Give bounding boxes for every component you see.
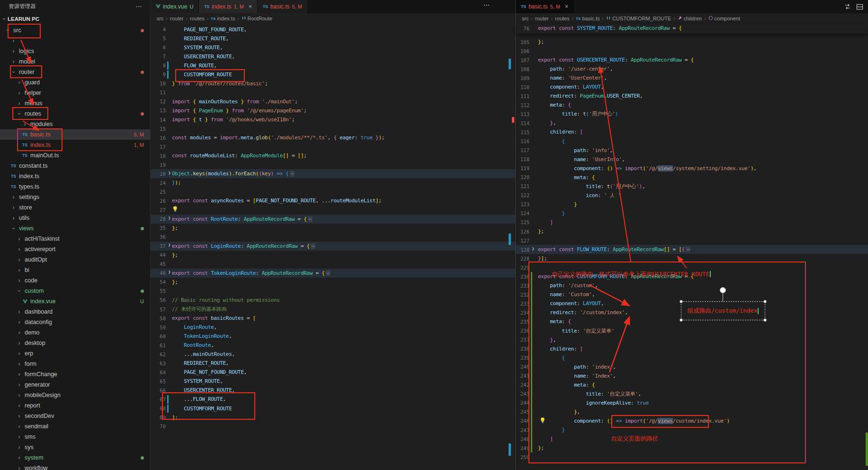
code-line-55[interactable]: 55	[151, 287, 515, 296]
code-line-109[interactable]: 109 name: 'UserCenter',	[516, 73, 868, 82]
sidebar-item-constant.ts[interactable]: TSconstant.ts	[0, 161, 150, 171]
sidebar-item-utils[interactable]: ›utils	[0, 213, 150, 223]
sidebar-item-settings[interactable]: ›settings	[0, 192, 150, 202]
breadcrumb-item-index.ts[interactable]: TSindex.ts	[211, 16, 235, 21]
code-line-20[interactable]: 20❯Object.keys(modules).forEach((key) =>…	[151, 169, 515, 178]
code-line-45[interactable]: 45	[151, 260, 515, 269]
sidebar-item-store[interactable]: ›store	[0, 202, 150, 213]
code-line-118[interactable]: 118 name: 'UserInfo',	[516, 155, 868, 164]
code-line-106[interactable]: 106	[516, 46, 868, 55]
sidebar-item-erp[interactable]: ›erp	[0, 348, 150, 359]
code-line-228[interactable]: 228}];	[516, 254, 868, 263]
code-line-15[interactable]: 15	[151, 124, 515, 133]
breadcrumb-item-src[interactable]: src	[522, 16, 529, 21]
lightbulb-icon[interactable]: 💡	[172, 206, 178, 212]
code-line-66[interactable]: 66 USERCENTER_ROUTE,	[151, 386, 515, 395]
tab-index.vue[interactable]: index.vueU	[151, 0, 199, 13]
code-line-67[interactable]: 67 ...FLOW_ROUTE,	[151, 395, 515, 404]
code-line-26[interactable]: 26export const asyncRoutes = [PAGE_NOT_F…	[151, 196, 515, 205]
code-line-54[interactable]: 54};	[151, 278, 515, 287]
sidebar-item-dataconfig[interactable]: ›dataconfig	[0, 317, 150, 327]
sidebar-item-index.ts[interactable]: TSindex.ts	[0, 171, 150, 181]
code-line-4[interactable]: 4 PAGE_NOT_FOUND_ROUTE,	[151, 25, 515, 34]
workspace-root[interactable]: › LEARUN PC	[0, 12, 150, 25]
code-line-126[interactable]: 126};	[516, 227, 868, 236]
code-line-249[interactable]: 249};	[516, 443, 868, 452]
code-editor-basic-ts[interactable]: 105};106107export const USERCENTER_ROUTE…	[516, 34, 868, 470]
close-icon[interactable]: ×	[249, 3, 252, 10]
code-line-238[interactable]: 238 children: [	[516, 344, 868, 353]
sidebar-item-src[interactable]: ›src	[0, 25, 150, 36]
code-line-231[interactable]: 231 path: '/custom',	[516, 281, 868, 290]
code-line-245[interactable]: 245 },	[516, 407, 868, 416]
breadcrumb-item-router[interactable]: router	[170, 16, 184, 21]
sidebar-item-sys[interactable]: ›sys	[0, 442, 150, 452]
code-line-11[interactable]: 11	[151, 88, 515, 97]
code-line-17[interactable]: 17	[151, 142, 515, 151]
code-line-8[interactable]: 8 FLOW_ROUTE,	[151, 61, 515, 70]
code-line-6[interactable]: 6 SYSTEM_ROUTE,	[151, 43, 515, 52]
code-line-111[interactable]: 111 redirect: PageEnum.USER_CENTER,	[516, 91, 868, 100]
code-line-240[interactable]: 240 path: 'index',	[516, 362, 868, 371]
sidebar-item-index.vue[interactable]: index.vueU	[0, 296, 150, 307]
code-line-16[interactable]: 16const modules = import.meta.glob('./mo…	[151, 133, 515, 142]
sidebar-item-code[interactable]: ›code	[0, 275, 150, 286]
code-line-56[interactable]: 56// Basic routing without permissions	[151, 296, 515, 305]
sidebar-item-bi[interactable]: ›bi	[0, 265, 150, 275]
code-line-124[interactable]: 124 }	[516, 209, 868, 218]
sidebar-item-sendmail[interactable]: ›sendmail	[0, 421, 150, 432]
sidebar-item-desktop[interactable]: ›desktop	[0, 338, 150, 348]
code-editor-index-ts[interactable]: 3import {4 PAGE_NOT_FOUND_ROUTE,5 REDIRE…	[151, 24, 515, 470]
sidebar-item-mainOut.ts[interactable]: TSmainOut.ts	[0, 150, 150, 161]
breadcrumb-item-component[interactable]: component	[708, 16, 740, 21]
code-line-27[interactable]: 27💡	[151, 205, 515, 214]
sidebar-item-guard[interactable]: ›guard	[0, 77, 150, 88]
code-line-246[interactable]: 246 component: () => import('/@/views/cu…	[516, 416, 868, 425]
code-line-61[interactable]: 61 RootRoute,	[151, 341, 515, 350]
sidebar-item-modules[interactable]: ›modules	[0, 119, 150, 129]
breadcrumb-item-src[interactable]: src	[157, 16, 164, 21]
sidebar-item-helper[interactable]: ›helper	[0, 88, 150, 98]
code-line-9[interactable]: 9 CUSTOMFORM_ROUTE	[151, 70, 515, 79]
code-line-121[interactable]: 121 title: t('用户中心'),	[516, 182, 868, 191]
code-line-63[interactable]: 63 REDIRECT_ROUTE,	[151, 359, 515, 368]
code-line-18[interactable]: 18const routeModuleList: AppRouteModule[…	[151, 151, 515, 160]
code-line-46[interactable]: 46❯export const TokenLoginRoute: AppRout…	[151, 269, 515, 278]
code-line-107[interactable]: 107export const USERCENTER_ROUTE: AppRou…	[516, 55, 868, 64]
code-line-112[interactable]: 112 meta: {	[516, 100, 868, 109]
sidebar-item-index.ts[interactable]: TSindex.ts1, M	[0, 140, 150, 150]
lightbulb-icon[interactable]: 💡	[539, 417, 546, 424]
sidebar-item-system[interactable]: ›system	[0, 452, 150, 463]
code-line-36[interactable]: 36	[151, 233, 515, 242]
sidebar-item-activereport[interactable]: ›activereport	[0, 244, 150, 254]
code-line-105[interactable]: 105};	[516, 37, 868, 46]
code-line-241[interactable]: 241 name: 'Index',	[516, 371, 868, 380]
code-line-58[interactable]: 58export const basicRoutes = [	[151, 314, 515, 323]
tab-basic.ts[interactable]: TSbasic.ts5, M×	[516, 0, 574, 13]
sidebar-item-dashboard[interactable]: ›dashboard	[0, 307, 150, 317]
sidebar-item-custom[interactable]: ›custom	[0, 286, 150, 296]
code-line-237[interactable]: 237 },	[516, 335, 868, 344]
code-line-248[interactable]: 248 ]	[516, 434, 868, 443]
code-line-230[interactable]: 230export const CUSTOMFORM_ROUTE: AppRou…	[516, 272, 868, 281]
code-line-236[interactable]: 236 title: '自定义菜单'	[516, 326, 868, 335]
code-line-247[interactable]: 247 }	[516, 425, 868, 434]
code-line-25[interactable]: 25	[151, 187, 515, 196]
code-line-24[interactable]: 24});	[151, 178, 515, 187]
open-changes-icon[interactable]	[844, 3, 851, 10]
code-line-233[interactable]: 233 component: LAYOUT,	[516, 299, 868, 308]
tab-index.ts[interactable]: TSindex.ts1, M×	[199, 0, 258, 13]
code-line-243[interactable]: 243 title: '自定义菜单',	[516, 389, 868, 398]
sidebar-item-logics[interactable]: ›logics	[0, 46, 150, 56]
code-line-239[interactable]: 239 {	[516, 353, 868, 362]
code-line-113[interactable]: 113 title: t('用户中心')	[516, 109, 868, 118]
code-line-44[interactable]: 44};	[151, 251, 515, 260]
code-line-5[interactable]: 5 REDIRECT_ROUTE,	[151, 34, 515, 43]
sidebar-item-generator[interactable]: ›generator	[0, 380, 150, 390]
code-line-7[interactable]: 7 USERCENTER_ROUTE,	[151, 52, 515, 61]
code-line-70[interactable]: 70	[151, 422, 515, 431]
code-line-128[interactable]: 128❯export const FLOW_ROUTE: AppRouteRec…	[516, 245, 868, 254]
sidebar-item-mobileDesign[interactable]: ›mobileDesign	[0, 390, 150, 400]
code-line-37[interactable]: 37❯export const LoginRoute: AppRouteReco…	[151, 242, 515, 251]
breadcrumb-item-basic.ts[interactable]: TSbasic.ts	[576, 16, 600, 21]
